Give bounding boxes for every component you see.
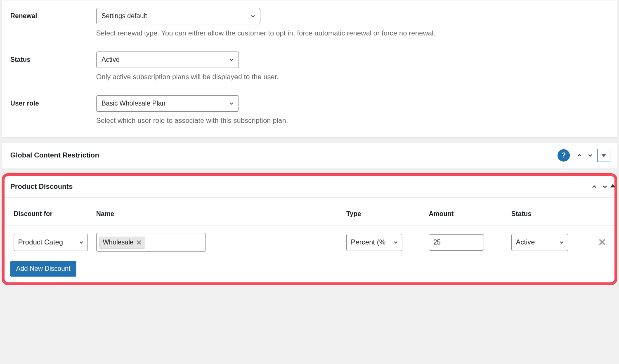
name-tag-input[interactable]: Wholesale ✕	[96, 233, 206, 252]
col-status: Status	[507, 198, 590, 225]
remove-tag-button[interactable]: ✕	[136, 239, 142, 247]
chevron-down-icon	[250, 13, 256, 19]
user-role-select[interactable]: Basic Wholesale Plan	[96, 95, 239, 112]
renewal-select[interactable]: Settings default	[96, 8, 260, 24]
user-role-label: User role	[10, 95, 96, 107]
global-content-restriction-panel: Global Content Restriction ?	[2, 143, 617, 168]
discounts-table: Discount for Name Type Amount Status Pro…	[5, 198, 614, 259]
name-tag-label: Wholesale	[103, 239, 134, 246]
help-icon[interactable]: ?	[558, 149, 570, 162]
chevron-down-icon	[78, 240, 84, 245]
name-tag: Wholesale ✕	[99, 237, 145, 249]
move-up-button[interactable]	[591, 182, 598, 192]
pd-title: Product Discounts	[10, 183, 73, 191]
move-down-button[interactable]	[601, 182, 609, 192]
remove-row-button[interactable]: ✕	[590, 225, 614, 260]
amount-input[interactable]	[429, 234, 484, 251]
status-select[interactable]: Active	[96, 52, 239, 68]
col-name: Name	[92, 198, 342, 225]
status-help: Only active subscription plans will be d…	[96, 73, 609, 81]
svg-marker-1	[610, 184, 615, 187]
renewal-select-value: Settings default	[102, 12, 147, 20]
user-role-help: Select which user role to associate with…	[96, 117, 609, 125]
discount-status-select[interactable]: Active	[511, 234, 568, 251]
col-type: Type	[342, 198, 425, 225]
discount-for-select[interactable]: Product Categ	[14, 234, 88, 251]
renewal-help: Select renewal type. You can either allo…	[96, 29, 609, 38]
panel-collapse-icon[interactable]	[610, 183, 615, 190]
user-role-select-value: Basic Wholesale Plan	[102, 100, 165, 107]
field-renewal: Renewal Settings default Select renewal …	[10, 8, 609, 38]
chevron-down-icon	[393, 240, 399, 245]
move-up-button[interactable]	[576, 150, 583, 160]
field-status: Status Active Only active subscription p…	[10, 52, 609, 81]
toggle-panel-button[interactable]	[597, 149, 610, 162]
discount-row: Product Categ Wholesale ✕	[5, 225, 614, 260]
gcr-title: Global Content Restriction	[10, 151, 99, 160]
svg-marker-0	[601, 154, 606, 157]
col-amount: Amount	[425, 198, 507, 225]
discount-type-value: Percent (%	[351, 238, 385, 247]
subscription-settings-panel: Renewal Settings default Select renewal …	[2, 0, 617, 138]
discount-status-value: Active	[516, 238, 535, 247]
col-discount-for: Discount for	[5, 198, 92, 225]
product-discounts-panel: Product Discounts Discount for Name Type…	[2, 173, 617, 285]
move-down-button[interactable]	[586, 150, 594, 160]
status-label: Status	[10, 52, 96, 63]
gcr-toolbar: ?	[558, 149, 610, 162]
add-new-discount-button[interactable]: Add New Discount	[10, 261, 76, 277]
renewal-label: Renewal	[10, 8, 96, 20]
chevron-down-icon	[229, 57, 234, 63]
discount-type-select[interactable]: Percent (%	[346, 234, 402, 251]
status-select-value: Active	[102, 56, 120, 63]
field-user-role: User role Basic Wholesale Plan Select wh…	[10, 95, 609, 125]
chevron-down-icon	[229, 101, 234, 106]
pd-toolbar	[591, 182, 609, 192]
chevron-down-icon	[559, 240, 565, 245]
discount-for-value: Product Categ	[18, 238, 63, 247]
